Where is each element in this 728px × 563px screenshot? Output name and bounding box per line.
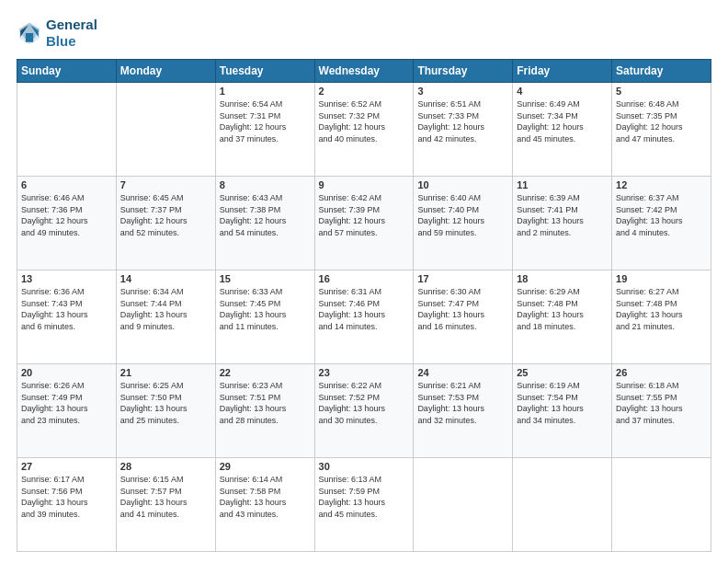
day-header-monday: Monday [116, 60, 215, 83]
day-info: Sunrise: 6:51 AM Sunset: 7:33 PM Dayligh… [417, 98, 508, 144]
day-number: 21 [120, 367, 211, 378]
day-info: Sunrise: 6:46 AM Sunset: 7:36 PM Dayligh… [21, 192, 112, 238]
day-info: Sunrise: 6:43 AM Sunset: 7:38 PM Dayligh… [220, 192, 311, 238]
calendar-cell: 14Sunrise: 6:34 AM Sunset: 7:44 PM Dayli… [116, 270, 215, 364]
day-header-tuesday: Tuesday [215, 60, 314, 83]
calendar-cell [116, 83, 215, 177]
calendar-cell: 25Sunrise: 6:19 AM Sunset: 7:54 PM Dayli… [513, 364, 612, 458]
day-info: Sunrise: 6:14 AM Sunset: 7:58 PM Dayligh… [220, 474, 311, 520]
day-header-friday: Friday [513, 60, 612, 83]
calendar-cell: 22Sunrise: 6:23 AM Sunset: 7:51 PM Dayli… [215, 364, 314, 458]
calendar-cell: 11Sunrise: 6:39 AM Sunset: 7:41 PM Dayli… [513, 177, 612, 270]
day-number: 8 [220, 179, 311, 190]
day-info: Sunrise: 6:37 AM Sunset: 7:42 PM Dayligh… [616, 192, 707, 238]
day-number: 25 [517, 367, 608, 378]
calendar-cell: 29Sunrise: 6:14 AM Sunset: 7:58 PM Dayli… [215, 458, 314, 552]
calendar-week-5: 27Sunrise: 6:17 AM Sunset: 7:56 PM Dayli… [17, 458, 711, 552]
day-info: Sunrise: 6:22 AM Sunset: 7:52 PM Dayligh… [319, 380, 410, 426]
day-info: Sunrise: 6:33 AM Sunset: 7:45 PM Dayligh… [220, 286, 311, 332]
day-info: Sunrise: 6:26 AM Sunset: 7:49 PM Dayligh… [21, 380, 112, 426]
day-number: 24 [417, 367, 508, 378]
calendar-cell: 3Sunrise: 6:51 AM Sunset: 7:33 PM Daylig… [414, 83, 513, 177]
calendar-cell: 27Sunrise: 6:17 AM Sunset: 7:56 PM Dayli… [17, 458, 117, 552]
day-number: 1 [220, 86, 311, 97]
calendar-cell [414, 458, 513, 552]
calendar-cell [17, 83, 117, 177]
day-number: 6 [21, 179, 112, 190]
day-info: Sunrise: 6:31 AM Sunset: 7:46 PM Dayligh… [319, 286, 410, 332]
day-info: Sunrise: 6:21 AM Sunset: 7:53 PM Dayligh… [417, 380, 508, 426]
calendar-cell: 5Sunrise: 6:48 AM Sunset: 7:35 PM Daylig… [612, 83, 711, 177]
calendar-cell: 6Sunrise: 6:46 AM Sunset: 7:36 PM Daylig… [17, 177, 117, 270]
calendar-cell: 2Sunrise: 6:52 AM Sunset: 7:32 PM Daylig… [314, 83, 414, 177]
calendar-table: SundayMondayTuesdayWednesdayThursdayFrid… [17, 59, 711, 552]
day-info: Sunrise: 6:19 AM Sunset: 7:54 PM Dayligh… [517, 380, 608, 426]
calendar-cell: 16Sunrise: 6:31 AM Sunset: 7:46 PM Dayli… [314, 270, 414, 364]
day-info: Sunrise: 6:25 AM Sunset: 7:50 PM Dayligh… [120, 380, 211, 426]
calendar-cell [612, 458, 711, 552]
day-number: 12 [616, 179, 707, 190]
calendar-cell: 8Sunrise: 6:43 AM Sunset: 7:38 PM Daylig… [215, 177, 314, 270]
calendar-cell: 9Sunrise: 6:42 AM Sunset: 7:39 PM Daylig… [314, 177, 414, 270]
day-number: 27 [21, 461, 112, 472]
day-info: Sunrise: 6:36 AM Sunset: 7:43 PM Dayligh… [21, 286, 112, 332]
day-info: Sunrise: 6:40 AM Sunset: 7:40 PM Dayligh… [417, 192, 508, 238]
day-number: 15 [220, 273, 311, 284]
svg-rect-4 [26, 33, 33, 42]
day-number: 16 [319, 273, 410, 284]
day-number: 7 [120, 179, 211, 190]
calendar-week-1: 1Sunrise: 6:54 AM Sunset: 7:31 PM Daylig… [17, 83, 711, 177]
day-number: 2 [319, 86, 410, 97]
day-number: 28 [120, 461, 211, 472]
header: General Blue [17, 17, 711, 50]
day-info: Sunrise: 6:17 AM Sunset: 7:56 PM Dayligh… [21, 474, 112, 520]
calendar-cell: 20Sunrise: 6:26 AM Sunset: 7:49 PM Dayli… [17, 364, 117, 458]
day-info: Sunrise: 6:48 AM Sunset: 7:35 PM Dayligh… [616, 98, 707, 144]
calendar-cell: 7Sunrise: 6:45 AM Sunset: 7:37 PM Daylig… [116, 177, 215, 270]
day-info: Sunrise: 6:18 AM Sunset: 7:55 PM Dayligh… [616, 380, 707, 426]
day-number: 26 [616, 367, 707, 378]
logo-icon [17, 20, 42, 46]
day-number: 20 [21, 367, 112, 378]
day-info: Sunrise: 6:49 AM Sunset: 7:34 PM Dayligh… [517, 98, 608, 144]
calendar-cell: 15Sunrise: 6:33 AM Sunset: 7:45 PM Dayli… [215, 270, 314, 364]
day-info: Sunrise: 6:45 AM Sunset: 7:37 PM Dayligh… [120, 192, 211, 238]
day-number: 3 [417, 86, 508, 97]
calendar-cell: 17Sunrise: 6:30 AM Sunset: 7:47 PM Dayli… [414, 270, 513, 364]
day-number: 23 [319, 367, 410, 378]
calendar-cell: 18Sunrise: 6:29 AM Sunset: 7:48 PM Dayli… [513, 270, 612, 364]
calendar-cell: 30Sunrise: 6:13 AM Sunset: 7:59 PM Dayli… [314, 458, 414, 552]
day-number: 10 [417, 179, 508, 190]
logo: General Blue [17, 17, 97, 50]
calendar-cell [513, 458, 612, 552]
day-number: 9 [319, 179, 410, 190]
day-number: 22 [220, 367, 311, 378]
day-info: Sunrise: 6:42 AM Sunset: 7:39 PM Dayligh… [319, 192, 410, 238]
day-info: Sunrise: 6:30 AM Sunset: 7:47 PM Dayligh… [417, 286, 508, 332]
day-number: 29 [220, 461, 311, 472]
calendar-week-3: 13Sunrise: 6:36 AM Sunset: 7:43 PM Dayli… [17, 270, 711, 364]
page: General Blue SundayMondayTuesdayWednesda… [0, 0, 728, 563]
calendar-cell: 28Sunrise: 6:15 AM Sunset: 7:57 PM Dayli… [116, 458, 215, 552]
calendar-cell: 21Sunrise: 6:25 AM Sunset: 7:50 PM Dayli… [116, 364, 215, 458]
logo-text: General Blue [46, 17, 97, 50]
day-number: 14 [120, 273, 211, 284]
day-number: 17 [417, 273, 508, 284]
day-number: 5 [616, 86, 707, 97]
day-info: Sunrise: 6:15 AM Sunset: 7:57 PM Dayligh… [120, 474, 211, 520]
calendar-cell: 4Sunrise: 6:49 AM Sunset: 7:34 PM Daylig… [513, 83, 612, 177]
day-header-saturday: Saturday [612, 60, 711, 83]
day-header-sunday: Sunday [17, 60, 117, 83]
calendar-cell: 24Sunrise: 6:21 AM Sunset: 7:53 PM Dayli… [414, 364, 513, 458]
calendar-cell: 23Sunrise: 6:22 AM Sunset: 7:52 PM Dayli… [314, 364, 414, 458]
calendar-cell: 1Sunrise: 6:54 AM Sunset: 7:31 PM Daylig… [215, 83, 314, 177]
day-number: 30 [319, 461, 410, 472]
day-info: Sunrise: 6:27 AM Sunset: 7:48 PM Dayligh… [616, 286, 707, 332]
calendar-cell: 10Sunrise: 6:40 AM Sunset: 7:40 PM Dayli… [414, 177, 513, 270]
calendar-cell: 19Sunrise: 6:27 AM Sunset: 7:48 PM Dayli… [612, 270, 711, 364]
day-number: 19 [616, 273, 707, 284]
calendar-cell: 12Sunrise: 6:37 AM Sunset: 7:42 PM Dayli… [612, 177, 711, 270]
day-info: Sunrise: 6:52 AM Sunset: 7:32 PM Dayligh… [319, 98, 410, 144]
day-info: Sunrise: 6:54 AM Sunset: 7:31 PM Dayligh… [220, 98, 311, 144]
calendar-cell: 26Sunrise: 6:18 AM Sunset: 7:55 PM Dayli… [612, 364, 711, 458]
